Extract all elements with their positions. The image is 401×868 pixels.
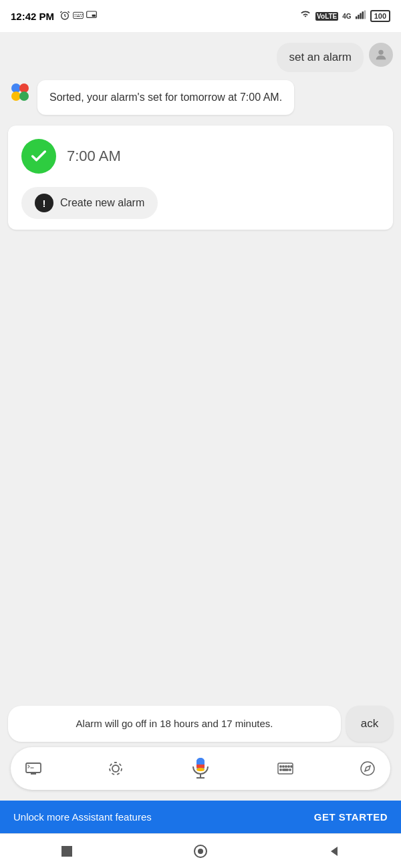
- nav-back-button[interactable]: [325, 842, 344, 861]
- user-avatar: [369, 43, 393, 67]
- assistant-row: Sorted, your alarm's set for tomorrow at…: [8, 80, 393, 115]
- svg-point-18: [11, 83, 21, 93]
- svg-rect-37: [280, 769, 281, 771]
- chat-area: set an alarm Sorted, your alarm's set fo…: [0, 32, 401, 706]
- bottom-banner[interactable]: Unlock more Assistant features GET START…: [0, 801, 401, 833]
- volte-icon: VoLTE: [315, 12, 338, 21]
- status-bar-right: VoLTE 4G 100: [299, 10, 390, 22]
- status-icons: [59, 10, 97, 23]
- svg-rect-8: [76, 15, 80, 16]
- svg-rect-9: [81, 15, 82, 16]
- battery-icon: 100: [370, 10, 390, 22]
- svg-rect-16: [364, 11, 365, 19]
- svg-point-21: [19, 91, 29, 101]
- keyboard-icon[interactable]: [273, 756, 297, 781]
- ack-bubble[interactable]: ack: [346, 706, 393, 742]
- svg-rect-1: [74, 12, 84, 18]
- nav-home-button[interactable]: [191, 842, 210, 861]
- svg-rect-36: [291, 766, 292, 767]
- user-message-row: set an alarm: [8, 43, 393, 72]
- explore-icon[interactable]: [356, 756, 380, 781]
- alarm-check-icon: [21, 139, 56, 174]
- svg-rect-5: [80, 14, 81, 15]
- pip-status-icon: [86, 11, 97, 22]
- svg-rect-35: [288, 766, 289, 767]
- google-assistant-icon: [8, 80, 32, 104]
- svg-rect-27: [196, 765, 205, 768]
- nav-square-button[interactable]: [57, 842, 76, 861]
- user-bubble: set an alarm: [277, 43, 364, 72]
- alarm-status-icon: [59, 10, 70, 23]
- svg-point-24: [110, 763, 122, 775]
- 4g-icon: 4G: [342, 13, 351, 20]
- status-bar: 12:42 PM: [0, 0, 401, 32]
- bottom-area: Alarm will go off in 18 hours and 17 min…: [0, 706, 401, 801]
- create-alarm-label: Create new alarm: [60, 197, 144, 209]
- svg-point-40: [361, 762, 374, 775]
- svg-rect-34: [285, 766, 287, 767]
- screenshot-icon[interactable]: [21, 756, 45, 781]
- assistant-bubble: Sorted, your alarm's set for tomorrow at…: [37, 80, 294, 115]
- svg-rect-38: [283, 769, 288, 771]
- svg-rect-26: [196, 758, 205, 765]
- input-bar: [11, 747, 390, 790]
- status-bar-left: 12:42 PM: [11, 10, 97, 23]
- svg-rect-31: [278, 763, 293, 774]
- alarm-time-display: 7:00 AM: [67, 148, 121, 165]
- svg-rect-14: [360, 13, 361, 19]
- svg-rect-28: [196, 768, 205, 771]
- svg-rect-3: [76, 14, 77, 15]
- svg-point-17: [378, 50, 383, 55]
- svg-rect-7: [75, 15, 76, 16]
- svg-rect-42: [61, 846, 72, 857]
- svg-rect-32: [280, 766, 281, 767]
- lens-icon[interactable]: [104, 756, 128, 781]
- wifi-icon: [299, 10, 311, 22]
- microphone-button[interactable]: [186, 754, 215, 783]
- alarm-card: 7:00 AM ! Create new alarm: [8, 126, 393, 230]
- svg-rect-2: [75, 14, 76, 15]
- nav-bar: [0, 833, 401, 868]
- status-time: 12:42 PM: [11, 11, 54, 22]
- signal-icon: [356, 10, 366, 22]
- notification-bubble: Alarm will go off in 18 hours and 17 min…: [8, 706, 341, 742]
- svg-rect-4: [78, 14, 79, 15]
- svg-rect-39: [289, 769, 291, 771]
- svg-rect-6: [82, 14, 82, 15]
- alarm-time-row: 7:00 AM: [21, 139, 380, 174]
- banner-text: Unlock more Assistant features: [13, 811, 152, 823]
- svg-point-23: [112, 765, 119, 772]
- svg-point-19: [19, 83, 29, 93]
- svg-rect-11: [92, 14, 96, 16]
- banner-cta[interactable]: GET STARTED: [314, 811, 388, 823]
- svg-rect-13: [358, 15, 359, 19]
- svg-rect-15: [362, 11, 363, 19]
- svg-rect-12: [356, 16, 357, 19]
- create-alarm-button[interactable]: ! Create new alarm: [21, 187, 158, 219]
- keyboard-status-icon: [73, 11, 84, 21]
- svg-point-20: [11, 91, 21, 101]
- svg-marker-45: [331, 847, 338, 856]
- notification-row: Alarm will go off in 18 hours and 17 min…: [8, 706, 393, 742]
- svg-rect-33: [283, 766, 284, 767]
- svg-point-44: [198, 849, 203, 854]
- create-alarm-icon: !: [35, 194, 53, 212]
